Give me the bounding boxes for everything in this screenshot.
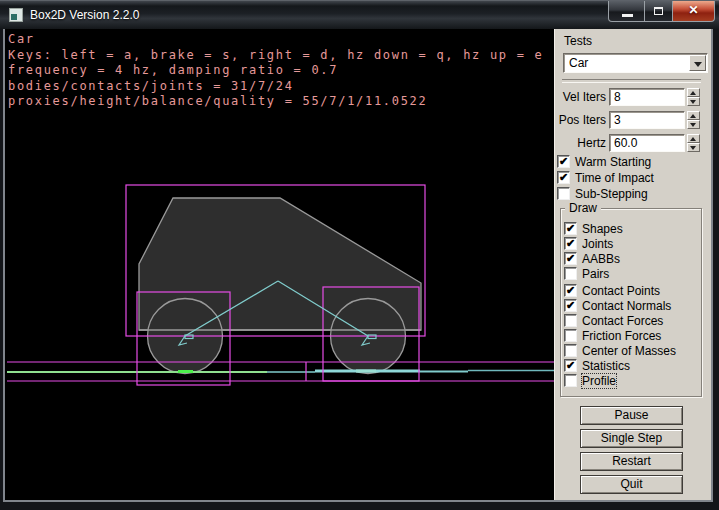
- checkbox-label: Time of Impact: [575, 171, 654, 185]
- arrow-up-icon[interactable]: [687, 111, 700, 120]
- window-border-right: [713, 29, 719, 510]
- dropdown-arrow-button[interactable]: [689, 55, 706, 71]
- hertz-stepper[interactable]: [687, 134, 700, 152]
- arrow-up-icon[interactable]: [687, 88, 700, 97]
- arrow-down-icon[interactable]: [687, 97, 700, 106]
- checkbox-box[interactable]: ✔: [564, 237, 577, 250]
- checkbox-box[interactable]: ✔: [564, 222, 577, 235]
- checkbox-label: Shapes: [582, 222, 623, 236]
- checkbox-box[interactable]: ✔: [564, 252, 577, 265]
- checkbox-label: Contact Points: [582, 284, 660, 298]
- window-border-left-bevel: [3, 29, 5, 502]
- vel-iters-label: Vel Iters: [555, 90, 606, 104]
- checkbox-label: Statistics: [582, 359, 630, 373]
- pos-iters-label: Pos Iters: [555, 113, 606, 127]
- vel-iters-stepper[interactable]: [687, 88, 700, 106]
- app-icon: [9, 8, 23, 22]
- minimize-icon: [622, 14, 633, 17]
- checkbox-label: Contact Forces: [582, 314, 663, 328]
- checkbox-label: Contact Normals: [582, 299, 671, 313]
- checkbox-box[interactable]: ✔: [564, 284, 577, 297]
- checkbox-label: Friction Forces: [582, 329, 661, 343]
- checkbox-label: Joints: [582, 237, 613, 251]
- arrow-up-icon[interactable]: [687, 134, 700, 143]
- arrow-down-icon[interactable]: [687, 120, 700, 129]
- checkbox-box[interactable]: [564, 329, 577, 342]
- stats-line: Keys: left = a, brake = s, right = d, hz…: [8, 48, 543, 64]
- checkbox-box[interactable]: ✔: [564, 359, 577, 372]
- checkbox-box[interactable]: ✔: [564, 299, 577, 312]
- single-step-button[interactable]: Single Step: [580, 429, 683, 448]
- chevron-down-icon: [694, 62, 702, 67]
- restart-button[interactable]: Restart: [580, 452, 683, 471]
- maximize-icon: [654, 7, 663, 15]
- quit-button[interactable]: Quit: [580, 475, 683, 494]
- draw-group-title: Draw: [565, 201, 601, 215]
- maximize-button[interactable]: [644, 1, 673, 22]
- pos-iters-stepper[interactable]: [687, 111, 700, 129]
- stats-line: Car: [8, 32, 543, 48]
- hertz-label: Hertz: [555, 136, 606, 150]
- checkbox-box[interactable]: [564, 267, 577, 280]
- vel-iters-input[interactable]: [609, 88, 685, 106]
- vel-iters-row: Vel Iters: [555, 88, 712, 106]
- checkbox-box[interactable]: ✔: [557, 155, 570, 168]
- simulation-canvas[interactable]: CarKeys: left = a, brake = s, right = d,…: [5, 29, 554, 500]
- checkbox-box[interactable]: [557, 187, 570, 200]
- stats-line: bodies/contacts/joints = 31/7/24: [8, 79, 543, 95]
- tests-dropdown[interactable]: Car: [563, 53, 708, 73]
- checkbox-label: AABBs: [582, 252, 620, 266]
- minimize-button[interactable]: [608, 1, 645, 22]
- title-bar[interactable]: Box2D Version 2.2.0 ✕: [0, 0, 719, 29]
- checkbox-label: Pairs: [582, 267, 609, 281]
- checkbox-label: Sub-Stepping: [575, 187, 648, 201]
- arrow-down-icon[interactable]: [687, 143, 700, 152]
- stats-line: proxies/height/balance/quality = 55/7/1/…: [8, 94, 543, 110]
- checkbox-label: Warm Starting: [575, 155, 651, 169]
- control-panel: Tests Car Vel Iters Pos Iters Hertz: [554, 29, 711, 500]
- window-title: Box2D Version 2.2.0: [30, 1, 139, 30]
- box2d-window: Box2D Version 2.2.0 ✕: [0, 0, 719, 510]
- hertz-row: Hertz: [555, 134, 712, 152]
- stats-line: frequency = 4 hz, damping ratio = 0.7: [8, 63, 543, 79]
- checkbox-label: Profile: [582, 374, 616, 388]
- checkbox-box[interactable]: [564, 344, 577, 357]
- tests-label: Tests: [564, 34, 592, 48]
- pos-iters-input[interactable]: [609, 111, 685, 129]
- checkbox-box[interactable]: [564, 314, 577, 327]
- close-button[interactable]: ✕: [672, 1, 715, 22]
- checkbox-box[interactable]: [564, 374, 577, 387]
- pause-button[interactable]: Pause: [580, 406, 683, 425]
- window-border-bottom: [0, 502, 719, 510]
- tests-dropdown-value: Car: [569, 56, 588, 70]
- hertz-input[interactable]: [609, 134, 685, 152]
- checkbox-label: Center of Masses: [582, 344, 676, 358]
- window-border-right-bevel: [711, 29, 713, 502]
- stats-text: CarKeys: left = a, brake = s, right = d,…: [8, 32, 543, 110]
- separator: [562, 79, 701, 83]
- checkbox-box[interactable]: ✔: [557, 171, 570, 184]
- pos-iters-row: Pos Iters: [555, 111, 712, 129]
